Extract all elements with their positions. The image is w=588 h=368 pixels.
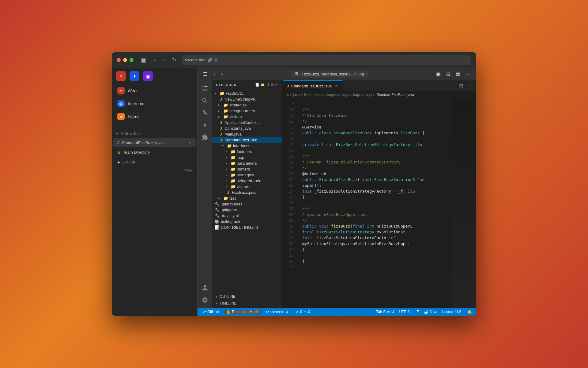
panel-toggle-btn[interactable]: ▣ [434, 70, 443, 78]
close-traffic-light[interactable] [117, 58, 121, 62]
tree-file-fizzbuzz[interactable]: J FizzBuzz.java [212, 190, 282, 195]
favicon-extensions[interactable]: ✳ [116, 71, 126, 81]
sidebar-item-figma[interactable]: ◈ Figma [113, 110, 196, 123]
explorer-activity-btn[interactable] [199, 83, 210, 94]
tree-file-standardfizzbuzz[interactable]: J StandardFizzBuzz... [212, 137, 282, 143]
status-notifications[interactable]: 🔔 [466, 310, 474, 314]
collapse-icon[interactable]: ⊟ [271, 83, 274, 87]
line-num: 9 [283, 101, 294, 107]
maximize-traffic-light[interactable] [130, 58, 134, 62]
account-activity-btn[interactable] [199, 282, 210, 293]
status-uinverse[interactable]: ⟳ uinverse ↺ [264, 310, 290, 314]
folder-icon: 📁 [227, 144, 232, 148]
folder-icon: 📁 [223, 109, 228, 113]
tree-label-strategies2: strategies [237, 173, 254, 177]
timeline-section[interactable]: ▸ TIMELINE [212, 300, 282, 307]
favicon-arc[interactable]: ◉ [143, 71, 153, 81]
folder-chevron: ▸ [218, 103, 222, 107]
tree-folder-stringreturners[interactable]: ▸ 📁 stringreturners [212, 108, 282, 114]
tree-folder-printers[interactable]: ▸ 📁 printers [212, 166, 282, 172]
tree-file-newline[interactable]: J NewLineStringPri... [212, 96, 282, 102]
source-control-activity-btn[interactable] [199, 107, 210, 118]
new-tab-button[interactable]: + + New Tab [112, 129, 197, 138]
mac-window: ▣ ‹ › ↻ vscode.dev 🔗 ⊞ ✳ ✦ ◉ [112, 52, 476, 316]
forward-button[interactable]: › [161, 56, 166, 64]
status-github[interactable]: ⎇ GitHub [200, 310, 221, 314]
tree-file-contributing[interactable]: 📝 CONTRIBUTING.md [212, 224, 282, 230]
refresh-icon[interactable]: ↺ [266, 83, 270, 87]
tree-file-gitignore[interactable]: 🔧 .gitignore [212, 207, 282, 213]
more-btn[interactable]: ⋯ [466, 82, 474, 90]
sidebar-item-work[interactable]: ✳ Work [113, 85, 196, 97]
new-file-icon[interactable]: 📄 [255, 83, 260, 87]
tree-folder-visitors2[interactable]: ▸ 📁 visitors [212, 184, 282, 190]
titlebar-back-btn[interactable]: ‹ [212, 71, 217, 78]
titlebar-forward-btn[interactable]: › [219, 71, 224, 78]
gradle-icon: 🐘 [215, 219, 220, 224]
tree-file-travis[interactable]: 🔧 .travis.yml [212, 213, 282, 219]
tree-folder-strategies2[interactable]: ▸ 📁 strategies [212, 172, 282, 178]
status-layout[interactable]: Layout: U.S. [440, 310, 464, 314]
code-content[interactable]: /** * Standard FizzBuzz */ @Service publ… [297, 98, 452, 308]
run-activity-btn[interactable] [199, 120, 210, 131]
code-line: */ [302, 217, 447, 223]
tree-folder-visitors[interactable]: ▸ 📁 visitors [212, 114, 282, 120]
minimize-traffic-light[interactable] [123, 58, 127, 62]
url-bar[interactable]: vscode.dev 🔗 ⊞ [182, 55, 471, 65]
tab-team-directory[interactable]: ⊞ Team Directory [113, 148, 196, 157]
activity-bar-bottom [199, 282, 210, 305]
tree-folder-strategies[interactable]: ▸ 📁 strategies [212, 102, 282, 108]
titlebar-menu-btn[interactable]: ☰ [201, 70, 209, 78]
tree-file-buildgradle[interactable]: 🐘 build.gradle [212, 219, 282, 224]
tree-folder-interfaces[interactable]: ▾ 📁 interfaces [212, 143, 282, 149]
java-icon: J [218, 138, 223, 142]
tree-label: FizzBuzz.java [232, 190, 256, 195]
tree-file-appcontext[interactable]: J ApplicationContex... [212, 120, 282, 125]
tab-close-icon[interactable]: ✕ [188, 140, 192, 145]
layout-btn[interactable]: ▦ [454, 70, 462, 78]
tree-folder-test[interactable]: ▸ 📁 test [212, 195, 282, 201]
code-line: this._fizzBuzzSolutionStratoryFacto :eF [302, 235, 447, 241]
repo-name-bar[interactable]: 🔍 FizzBuzzEnterpriseEdition [GitHub] [291, 71, 368, 78]
new-folder-icon[interactable]: 📁 [261, 83, 265, 87]
tree-folder-factories[interactable]: ▸ 📁 factories [212, 149, 282, 155]
status-encoding[interactable]: UTF-8 [398, 310, 412, 314]
status-tab-size[interactable]: Tab Size: 4 [374, 310, 396, 314]
java-icon: J [218, 97, 223, 102]
tree-file-gitattributes[interactable]: 🔧 .gitattributes [212, 201, 282, 207]
tab-standardfizzbuzz[interactable]: J StandardFizzBuzz.java... ✕ [113, 138, 196, 147]
search-activity-btn[interactable] [199, 95, 210, 106]
sidebar-toggle-btn[interactable]: ▣ [138, 56, 149, 65]
split-editor-right-btn[interactable]: ⊟ [458, 82, 465, 90]
extensions-activity-btn[interactable] [199, 132, 210, 143]
tree-file-constants[interactable]: J Constants.java [212, 125, 282, 131]
tree-folder-parameters[interactable]: ▸ 📁 parameters [212, 160, 282, 166]
line-num: 35 [283, 252, 294, 258]
clear-button[interactable]: Clear [112, 167, 197, 173]
tree-folder-loop[interactable]: ▸ 📁 loop [212, 155, 282, 160]
line-num: 28 [283, 212, 294, 217]
status-restricted-mode[interactable]: 🔒 Restricted Mode [224, 310, 260, 314]
status-line-ending[interactable]: LF [413, 310, 421, 314]
more-icon[interactable]: ⋯ [275, 83, 279, 87]
settings-activity-btn[interactable] [199, 294, 210, 305]
outline-section[interactable]: ▸ OUTLINE [212, 293, 282, 300]
tree-label: NewLineStringPri... [224, 97, 258, 102]
tab-github[interactable]: ● GitHub [113, 157, 196, 167]
more-actions-btn[interactable]: ⋯ [464, 70, 473, 78]
status-language[interactable]: ☕ Java [422, 310, 439, 314]
editor-tab-close[interactable]: ✕ [335, 83, 338, 88]
favicon-slack[interactable]: ✦ [130, 71, 139, 81]
refresh-button[interactable]: ↻ [170, 56, 178, 64]
editor-tab-standardfizzbuzz[interactable]: J StandardFizzBuzz.java ✕ [283, 80, 343, 91]
folder-chevron: ▸ [226, 155, 229, 159]
tree-folder-stringreturners2[interactable]: ▸ 📁 stringreturners [212, 178, 282, 184]
line-num: 21 [283, 171, 294, 177]
tree-file-main[interactable]: J Main.java [212, 131, 282, 137]
back-button[interactable]: ‹ [152, 56, 157, 64]
tree-label-stringreturners: stringreturners [229, 109, 255, 113]
split-editor-btn[interactable]: ⊟ [444, 70, 452, 78]
sidebar-item-intercom[interactable]: ◎ Intercom [113, 98, 196, 110]
tree-root-folder[interactable]: ▾ 📁 FIZZBUZ... [212, 90, 282, 96]
status-errors[interactable]: ✕ 0 ⚠ 0 [294, 310, 312, 314]
